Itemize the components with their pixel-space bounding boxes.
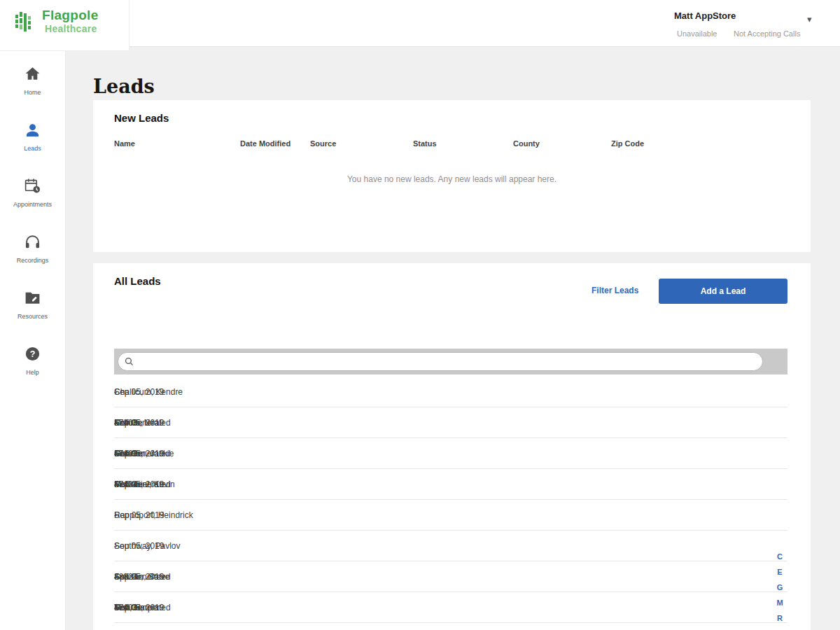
lead-zip: 47403 <box>114 438 137 469</box>
table-row[interactable]: Rappoport, Heindrick Sep 05, 2019 - - <box>114 500 788 531</box>
leads-icon <box>24 121 41 139</box>
table-row[interactable]: Gleason, Jackie Sep 05, 2019 Self Genera… <box>114 438 788 469</box>
page-title: Leads <box>93 76 155 97</box>
chevron-down-icon[interactable]: ▾ <box>807 14 812 24</box>
add-lead-button[interactable]: Add a Lead <box>659 279 788 304</box>
index-letter-r[interactable]: R <box>774 614 785 629</box>
app-logo[interactable]: Flagpole Healthcare <box>0 0 130 51</box>
lead-date-modified: Sep 05, 2019 <box>114 531 164 561</box>
lead-zip: 47403 <box>114 592 137 623</box>
sidebar-item-recordings[interactable]: Recordings <box>0 233 65 274</box>
new-leads-title: New Leads <box>114 112 169 124</box>
index-letter-g[interactable]: G <box>774 583 785 598</box>
column-header: Date Modified <box>240 139 290 148</box>
appointments-icon <box>24 177 41 195</box>
sidebar-item-label: Resources <box>0 313 65 320</box>
index-letter-c[interactable]: C <box>774 552 785 568</box>
filter-leads-link[interactable]: Filter Leads <box>592 286 638 295</box>
all-leads-title: All Leads <box>114 275 161 287</box>
column-header: Name <box>114 139 135 148</box>
search-input[interactable] <box>118 352 763 371</box>
column-header: Zip Code <box>611 139 644 148</box>
sidebar-item-appointments[interactable]: Appointments <box>0 177 65 218</box>
lead-status: - <box>114 500 117 531</box>
sidebar-nav: HomeLeadsAppointmentsRecordingsResources… <box>0 47 65 630</box>
all-leads-table-body: Challicum, Kendre Sep 05, 2019 - - Echol… <box>114 377 788 623</box>
lead-zip: 48824 <box>114 561 137 592</box>
sidebar-item-label: Leads <box>0 145 65 152</box>
table-row[interactable]: McDaniel, Kevin Sep 05, 2019 Self Genera… <box>114 469 788 500</box>
user-menu[interactable]: Matt AppStore <box>674 10 736 21</box>
sidebar-item-resources[interactable]: Resources <box>0 289 65 330</box>
lead-status: - <box>114 531 117 561</box>
sidebar-item-label: Appointments <box>0 201 65 208</box>
call-status: Not Accepting Calls <box>734 29 800 38</box>
table-row[interactable]: Spartan, Steve Sep 05, 2019 Self Generat… <box>114 561 788 592</box>
table-row[interactable]: Southway, Pavlov Sep 05, 2019 - - <box>114 531 788 561</box>
recordings-icon <box>24 233 41 251</box>
column-header: Source <box>310 139 336 148</box>
all-leads-card: All Leads Filter Leads Add a Lead Challi… <box>93 263 811 630</box>
flagpole-logo-icon <box>14 10 35 34</box>
sidebar-item-leads[interactable]: Leads <box>0 121 65 162</box>
lead-status: - <box>114 377 117 407</box>
column-header: Status <box>413 139 437 148</box>
alphabet-scroll-index: CEGMRST <box>774 552 785 630</box>
sidebar-item-label: Home <box>0 89 65 96</box>
sidebar-item-help[interactable]: ?Help <box>0 345 65 386</box>
search-bar-strip <box>114 349 788 374</box>
new-leads-empty-message: You have no new leads. Any new leads wil… <box>93 174 811 184</box>
table-row[interactable]: Echols, Neal Sep 05, 2019 Self Generated… <box>114 407 788 438</box>
table-row[interactable]: Challicum, Kendre Sep 05, 2019 - - <box>114 377 788 407</box>
table-row[interactable]: Test, Harper Sep 05, 2019 Self Generated… <box>114 592 788 623</box>
sidebar-item-home[interactable]: Home <box>0 65 65 106</box>
lead-date-modified: Sep 05, 2019 <box>114 377 164 407</box>
svg-text:?: ? <box>30 349 36 359</box>
new-leads-card: New Leads NameDate ModifiedSourceStatusC… <box>93 100 811 252</box>
index-letter-e[interactable]: E <box>774 568 785 583</box>
lead-date-modified: Sep 05, 2019 <box>114 500 164 531</box>
availability-status: Unavailable <box>677 29 717 38</box>
lead-zip: 47404 <box>114 469 137 500</box>
sidebar-item-label: Recordings <box>0 257 65 264</box>
index-letter-m[interactable]: M <box>774 598 785 614</box>
help-icon: ? <box>24 345 41 363</box>
logo-text-primary: Flagpole <box>42 8 99 23</box>
sidebar-item-label: Help <box>0 369 65 376</box>
resources-icon <box>24 289 41 307</box>
home-icon <box>24 65 41 83</box>
column-header: County <box>513 139 540 148</box>
logo-text-secondary: Healthcare <box>45 23 97 34</box>
lead-zip: 47403 <box>114 407 137 438</box>
